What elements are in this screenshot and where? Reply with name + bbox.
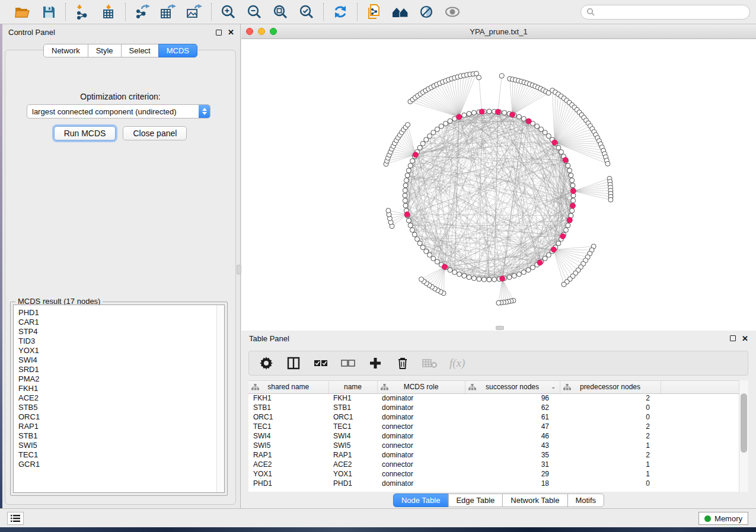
table-row[interactable]: PHD1PHD1dominator180 xyxy=(248,479,739,488)
delete-column-button[interactable] xyxy=(395,355,410,371)
tab-edge-table[interactable]: Edge Table xyxy=(448,493,503,507)
export-image-button[interactable] xyxy=(186,3,203,21)
tab-network-table[interactable]: Network Table xyxy=(502,493,567,507)
table-row[interactable]: ACE2ACE2connector311 xyxy=(248,460,739,469)
zoom-in-button[interactable] xyxy=(219,3,237,21)
export-network-button[interactable] xyxy=(133,3,151,21)
col-predecessor-nodes[interactable]: predecessor nodes xyxy=(560,381,661,393)
optimization-criterion-label: Optimization criterion: xyxy=(5,92,235,101)
table-row[interactable]: TEC1TEC1connector472 xyxy=(248,422,739,431)
control-panel-title: Control Panel xyxy=(8,28,55,37)
list-item[interactable]: STB5 xyxy=(18,403,219,412)
close-panel-icon[interactable]: ✕ xyxy=(228,28,234,36)
float-panel-icon[interactable] xyxy=(216,30,222,36)
memory-button[interactable]: Memory xyxy=(698,512,748,525)
search-field[interactable] xyxy=(580,5,750,20)
zoom-out-button[interactable] xyxy=(245,3,263,21)
table-row[interactable]: SWI4SWI4dominator462 xyxy=(248,431,739,441)
tab-network[interactable]: Network xyxy=(43,44,88,57)
list-item[interactable]: ACE2 xyxy=(18,393,219,403)
zoom-selected-icon xyxy=(299,4,314,20)
home-views-button[interactable] xyxy=(391,3,409,21)
export-table-icon xyxy=(160,4,177,20)
close-table-panel-icon[interactable]: ✕ xyxy=(742,335,748,342)
deselect-all-button[interactable] xyxy=(340,355,356,371)
list-item[interactable]: TID3 xyxy=(18,336,219,346)
table-header-row[interactable]: shared name name MCDS role successor nod… xyxy=(248,381,739,393)
optimization-criterion-select[interactable]: largest connected component (undirected) xyxy=(27,104,210,118)
list-item[interactable]: YOX1 xyxy=(18,346,219,355)
list-item[interactable]: STB1 xyxy=(18,431,219,441)
tab-mcds[interactable]: MCDS xyxy=(158,44,197,57)
network-graph-svg xyxy=(241,39,756,331)
table-row[interactable]: STB1STB1dominator620 xyxy=(248,403,739,412)
unchecked-boxes-icon xyxy=(341,359,355,367)
run-mcds-button[interactable]: Run MCDS xyxy=(54,126,116,140)
task-history-button[interactable] xyxy=(7,512,24,525)
col-mcds-role[interactable]: MCDS role xyxy=(377,381,465,393)
mcds-list-scrollbar[interactable] xyxy=(216,305,224,492)
clone-network-button[interactable] xyxy=(365,3,383,21)
apply-layout-button[interactable] xyxy=(331,3,349,21)
import-table-button[interactable] xyxy=(100,3,117,21)
table-row[interactable]: SWI5SWI5connector431 xyxy=(248,441,739,450)
hide-elements-button[interactable] xyxy=(417,3,435,21)
list-item[interactable]: PHD1 xyxy=(18,308,219,318)
network-canvas[interactable] xyxy=(241,39,756,331)
zoom-selected-button[interactable] xyxy=(298,3,315,21)
open-folder-icon xyxy=(15,5,31,18)
list-item[interactable]: RAP1 xyxy=(18,422,219,431)
search-input[interactable] xyxy=(595,8,744,16)
trash-icon xyxy=(397,357,408,370)
table-row[interactable]: ORC1ORC1dominator610 xyxy=(248,412,739,422)
chevron-up-icon xyxy=(202,108,207,111)
list-item[interactable]: CAR1 xyxy=(18,318,219,327)
list-item[interactable]: ORC1 xyxy=(18,412,219,422)
gear-icon xyxy=(260,357,273,370)
col-successor-nodes[interactable]: successor nodes ⌄ xyxy=(465,381,560,393)
list-item[interactable]: GCR1 xyxy=(18,460,219,469)
tab-node-table[interactable]: Node Table xyxy=(393,493,449,507)
tab-style[interactable]: Style xyxy=(88,44,122,57)
close-panel-button[interactable]: Close panel xyxy=(123,126,187,140)
list-item[interactable]: SWI5 xyxy=(18,441,219,450)
tab-motifs[interactable]: Motifs xyxy=(567,493,604,507)
list-item[interactable]: PMA2 xyxy=(18,374,219,384)
show-elements-button[interactable] xyxy=(444,3,461,21)
save-session-button[interactable] xyxy=(40,3,58,21)
delete-table-button-disabled xyxy=(422,355,438,371)
add-column-button[interactable] xyxy=(368,355,383,371)
hide-slash-icon xyxy=(419,4,434,20)
horizontal-splitter-handle[interactable] xyxy=(496,326,504,330)
table-row[interactable]: FKH1FKH1dominator962 xyxy=(248,393,739,403)
col-shared-name[interactable]: shared name xyxy=(248,381,328,393)
open-file-button[interactable] xyxy=(14,3,31,21)
tab-select[interactable]: Select xyxy=(121,44,159,57)
table-scrollbar-thumb[interactable] xyxy=(741,393,747,453)
delete-table-icon xyxy=(422,358,438,368)
table-row[interactable]: YOX1YOX1connector291 xyxy=(248,469,739,479)
mcds-result-items: PHD1CAR1STP4TID3YOX1SWI4SRD1PMA2FKH1ACE2… xyxy=(14,305,224,472)
node-table: shared name name MCDS role successor nod… xyxy=(248,380,739,492)
vertical-splitter-handle[interactable] xyxy=(237,265,241,274)
network-titlebar[interactable]: YPA_prune.txt_1 xyxy=(241,24,756,39)
select-all-button[interactable] xyxy=(313,355,328,371)
show-columns-button[interactable] xyxy=(286,355,301,371)
mcds-result-list[interactable]: PHD1CAR1STP4TID3YOX1SWI4SRD1PMA2FKH1ACE2… xyxy=(13,305,225,493)
col-name[interactable]: name xyxy=(328,381,377,393)
zoom-fit-icon xyxy=(273,4,288,20)
list-item[interactable]: TEC1 xyxy=(18,450,219,460)
list-item[interactable]: FKH1 xyxy=(18,384,219,393)
houses-icon xyxy=(391,5,409,19)
import-network-button[interactable] xyxy=(74,3,91,21)
list-item[interactable]: SRD1 xyxy=(18,365,219,374)
checked-boxes-icon xyxy=(314,359,328,367)
table-scrollbar[interactable] xyxy=(739,380,748,492)
zoom-fit-button[interactable] xyxy=(272,3,289,21)
list-item[interactable]: STP4 xyxy=(18,327,219,336)
export-table-button[interactable] xyxy=(160,3,177,21)
list-item[interactable]: SWI4 xyxy=(18,355,219,365)
float-table-panel-icon[interactable] xyxy=(730,335,736,341)
table-settings-button[interactable] xyxy=(259,355,274,371)
table-row[interactable]: RAP1RAP1dominator352 xyxy=(248,450,739,460)
